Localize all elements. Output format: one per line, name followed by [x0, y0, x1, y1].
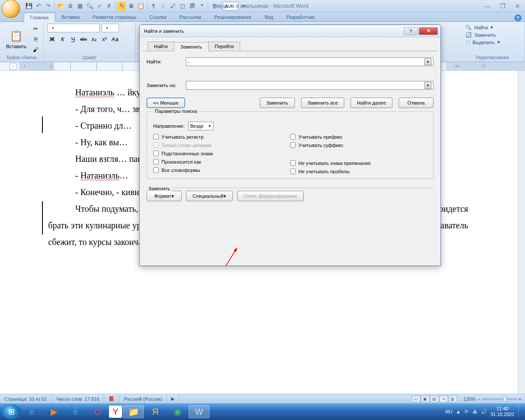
zoom-in-icon[interactable]: +: [519, 396, 522, 402]
qat-sticky-icon[interactable]: 🗐: [188, 2, 196, 10]
qat-reject-icon[interactable]: ✗: [105, 2, 113, 10]
replace-button[interactable]: 🔄Заменить: [464, 31, 521, 38]
qat-color-icon[interactable]: 🖊: [168, 2, 177, 10]
qat-save-icon[interactable]: 💾: [24, 2, 33, 10]
dialog-help-button[interactable]: ?: [404, 27, 418, 35]
check-prefix[interactable]: Учитывать префикс: [290, 134, 427, 140]
qat-preview-icon[interactable]: 🔍: [85, 2, 94, 10]
minimize-icon[interactable]: —: [482, 3, 494, 10]
tray-clock[interactable]: 11:40 31.10.2022: [490, 406, 514, 417]
proofing-icon[interactable]: 📕: [104, 394, 119, 403]
check-ignore-space[interactable]: Не учитывать пробелы: [290, 168, 427, 174]
vertical-scrollbar[interactable]: [518, 71, 525, 395]
qat-new-icon[interactable]: 🗎: [66, 2, 75, 10]
qat-quote-icon[interactable]: ❝: [197, 2, 206, 10]
qat-calc-icon[interactable]: 🖩: [127, 2, 136, 10]
tab-insert[interactable]: Вставка: [55, 12, 86, 21]
task-opera[interactable]: O: [87, 405, 108, 418]
find-next-button[interactable]: Найти далее: [350, 98, 392, 108]
check-sounds-like[interactable]: Произносится как: [153, 159, 290, 164]
dialog-title-bar[interactable]: Найти и заменить ? ✕: [140, 25, 441, 37]
superscript-button[interactable]: x²: [100, 34, 109, 44]
tab-review[interactable]: Рецензирование: [208, 12, 258, 21]
select-button[interactable]: ⬚Выделить ▾: [464, 38, 521, 46]
task-yandex-disk[interactable]: Я: [145, 405, 166, 418]
task-explorer[interactable]: 📁: [123, 405, 144, 418]
qat-open-icon[interactable]: 📂: [56, 2, 65, 10]
qat-notepad-icon[interactable]: 📋: [136, 2, 145, 10]
word-count[interactable]: Число слов: 17 816: [52, 394, 104, 403]
tray-flag-icon[interactable]: 🏳: [464, 409, 469, 414]
task-ie[interactable]: e: [21, 405, 42, 418]
tab-view[interactable]: Вид: [258, 12, 280, 21]
tray-show-hidden-icon[interactable]: ▲: [456, 409, 461, 414]
task-green[interactable]: ◉: [167, 405, 188, 418]
zoom-out-icon[interactable]: −: [477, 396, 480, 402]
tab-developer[interactable]: Разработчик: [280, 12, 321, 21]
cut-icon[interactable]: ✂: [31, 24, 41, 33]
qat-script-icon[interactable]: ↕: [159, 2, 168, 10]
tab-replace[interactable]: Заменить: [174, 42, 208, 51]
help-icon[interactable]: ?: [514, 14, 522, 21]
format-painter-icon[interactable]: 🖌: [31, 45, 41, 54]
web-layout-icon[interactable]: ▤: [430, 396, 439, 402]
task-ie2[interactable]: e: [65, 405, 86, 418]
underline-button[interactable]: Ч: [68, 34, 78, 44]
task-yandex[interactable]: Y: [109, 406, 122, 418]
qat-table-icon[interactable]: ▦: [76, 2, 84, 10]
strike-button[interactable]: abc: [79, 34, 88, 44]
zoom-level[interactable]: 130%: [463, 396, 476, 402]
check-ignore-punct[interactable]: Не учитывать знаки препинания: [290, 160, 427, 166]
subscript-button[interactable]: x₂: [89, 34, 99, 44]
zoom-slider[interactable]: [482, 398, 517, 400]
case-button[interactable]: Aa: [110, 34, 120, 44]
replace-one-button[interactable]: Заменить: [260, 98, 295, 108]
copy-icon[interactable]: ⎘: [31, 34, 41, 44]
check-match-case[interactable]: Учитывать регистр: [153, 134, 290, 140]
chevron-down-icon[interactable]: ▼: [424, 58, 431, 65]
chevron-down-icon[interactable]: ▼: [424, 82, 431, 89]
print-layout-icon[interactable]: ▭: [412, 396, 420, 402]
qat-eraser-icon[interactable]: ◫: [178, 2, 187, 10]
qat-accept-icon[interactable]: ✓: [95, 2, 104, 10]
special-button[interactable]: Специальный ▾: [186, 191, 233, 201]
language-status[interactable]: Русский (Россия): [119, 394, 167, 403]
cancel-button[interactable]: Отмена: [399, 98, 434, 108]
office-button[interactable]: [2, 0, 20, 18]
tab-home[interactable]: Главная: [24, 13, 55, 22]
tray-volume-icon[interactable]: 🔊: [481, 409, 487, 415]
tab-page-layout[interactable]: Разметка страницы: [86, 12, 143, 21]
dialog-close-button[interactable]: ✕: [419, 27, 438, 35]
tab-goto[interactable]: Перейти: [208, 42, 241, 51]
show-desktop-button[interactable]: [518, 404, 522, 419]
tab-references[interactable]: Ссылки: [143, 12, 173, 21]
tab-find[interactable]: Найти: [147, 42, 174, 51]
direction-select[interactable]: Везде▼: [188, 122, 214, 130]
check-suffix[interactable]: Учитывать суффикс: [290, 142, 427, 148]
tab-selector[interactable]: L: [10, 63, 17, 70]
qat-para-icon[interactable]: ¶: [149, 2, 158, 10]
page-status[interactable]: Страница: 10 из 51: [0, 394, 52, 403]
tab-mailings[interactable]: Рассылки: [173, 12, 207, 21]
less-button[interactable]: << Меньше: [147, 98, 185, 108]
check-wildcards[interactable]: Подстановочные знаки: [153, 150, 290, 156]
start-button[interactable]: ⊞: [2, 404, 21, 419]
font-size-combo[interactable]: ▼: [102, 24, 119, 32]
full-screen-icon[interactable]: ▣: [421, 396, 430, 402]
font-name-combo[interactable]: ▼: [47, 24, 100, 32]
check-word-forms[interactable]: Все словоформы: [153, 167, 290, 173]
find-button[interactable]: 🔍Найти ▾: [464, 24, 521, 31]
macro-status[interactable]: ▶: [167, 394, 179, 403]
replace-input[interactable]: ▼: [186, 81, 434, 90]
qat-highlight-icon[interactable]: ✎: [117, 2, 126, 10]
task-word[interactable]: W: [189, 405, 210, 418]
restore-icon[interactable]: ❐: [497, 3, 508, 10]
find-input[interactable]: -▼: [186, 57, 434, 66]
task-wmp[interactable]: ▶: [43, 405, 64, 418]
tray-lang[interactable]: RU: [445, 409, 452, 414]
tray-network-icon[interactable]: 🖧: [472, 409, 477, 414]
paste-button[interactable]: 📋 Вставить: [4, 28, 29, 50]
qat-undo-icon[interactable]: ↶: [34, 2, 43, 10]
format-button[interactable]: Формат ▾: [147, 191, 182, 201]
close-icon[interactable]: ✕: [512, 3, 523, 10]
